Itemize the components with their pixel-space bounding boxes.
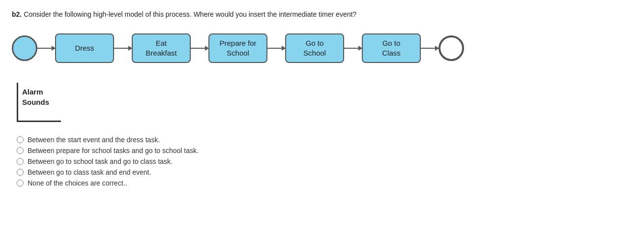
- option-label-1: Between the start event and the dress ta…: [28, 136, 160, 144]
- task-eat-breakfast: EatBreakfast: [132, 33, 191, 63]
- start-event: [12, 35, 37, 61]
- question-header: b2. Consider the following high-level mo…: [12, 10, 632, 20]
- option-radio-1[interactable]: [17, 136, 24, 143]
- task-prepare-school: Prepare forSchool: [208, 33, 267, 63]
- option-item-1[interactable]: Between the start event and the dress ta…: [17, 136, 632, 144]
- option-radio-4[interactable]: [17, 169, 24, 176]
- option-radio-5[interactable]: [17, 180, 24, 187]
- arrow-5: [344, 48, 362, 49]
- option-item-2[interactable]: Between prepare for school tasks and go …: [17, 147, 632, 155]
- alarm-label: Alarm Sounds: [22, 87, 49, 107]
- option-item-3[interactable]: Between go to school task and go to clas…: [17, 157, 632, 165]
- arrow-1: [37, 48, 55, 49]
- bpmn-diagram: Dress EatBreakfast Prepare forSchool Go …: [12, 29, 632, 68]
- option-label-2: Between prepare for school tasks and go …: [28, 147, 199, 155]
- option-label-3: Between go to school task and go to clas…: [28, 157, 173, 165]
- options-list: Between the start event and the dress ta…: [12, 136, 632, 187]
- option-item-5[interactable]: None of the choices are correct..: [17, 179, 632, 187]
- arrow-2: [114, 48, 132, 49]
- alarm-section: Alarm Sounds: [12, 83, 632, 122]
- question-text: Consider the following high-level model …: [24, 10, 356, 18]
- alarm-label-box: Alarm Sounds: [17, 83, 61, 122]
- question-prefix: b2.: [12, 10, 22, 18]
- option-radio-3[interactable]: [17, 158, 24, 165]
- arrow-6: [421, 48, 439, 49]
- option-label-4: Between go to class task and end event.: [28, 168, 151, 176]
- option-item-4[interactable]: Between go to class task and end event.: [17, 168, 632, 176]
- end-event: [439, 35, 464, 61]
- task-go-to-class: Go toClass: [362, 33, 421, 63]
- arrow-3: [191, 48, 208, 49]
- task-go-to-school: Go toSchool: [285, 33, 344, 63]
- option-label-5: None of the choices are correct..: [28, 179, 127, 187]
- option-radio-2[interactable]: [17, 147, 24, 154]
- task-dress: Dress: [55, 33, 114, 63]
- arrow-4: [267, 48, 285, 49]
